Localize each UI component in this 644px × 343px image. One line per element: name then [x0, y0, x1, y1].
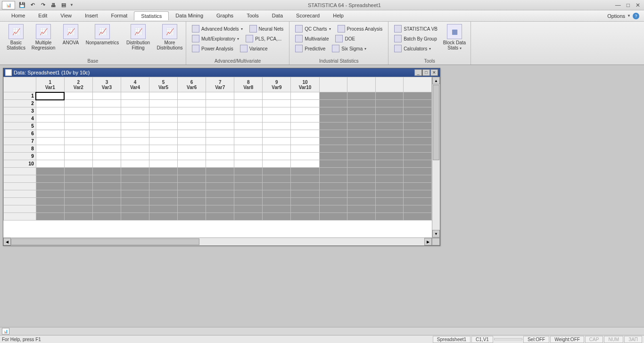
grid-cell[interactable]	[92, 130, 121, 138]
grid-cell[interactable]	[263, 107, 291, 115]
grid-cell[interactable]	[64, 107, 92, 115]
row-header[interactable]: 3	[4, 107, 36, 115]
column-header[interactable]: 5Var5	[149, 77, 178, 92]
sheet-maximize-button[interactable]: □	[422, 69, 430, 76]
scroll-up-button[interactable]: ▲	[432, 77, 440, 84]
column-header[interactable]	[404, 77, 432, 92]
vertical-scroll-thumb[interactable]	[433, 85, 439, 160]
grid-cell[interactable]	[149, 100, 178, 107]
grid-cell[interactable]	[92, 138, 121, 145]
grid-cell[interactable]	[64, 122, 92, 130]
maximize-button[interactable]: □	[627, 2, 630, 8]
variance-button[interactable]: Variance	[237, 44, 271, 53]
neural-nets-button[interactable]: Neural Nets	[247, 24, 287, 33]
grid-cell[interactable]	[263, 138, 291, 145]
menu-view[interactable]: View	[54, 11, 78, 20]
grid-cell[interactable]	[347, 138, 376, 145]
advanced-models-button[interactable]: Advanced Models ▾	[189, 24, 246, 33]
column-header[interactable]: 2Var2	[64, 77, 92, 92]
grid-cell[interactable]	[178, 160, 206, 168]
calculators-button[interactable]: Calculators ▾	[391, 44, 440, 53]
grid-cell[interactable]	[64, 92, 92, 100]
grid-cell[interactable]	[234, 130, 263, 138]
grid-cell[interactable]	[291, 115, 319, 122]
column-header[interactable]: 3Var3	[92, 77, 121, 92]
grid-cell[interactable]	[149, 153, 178, 160]
basic-button[interactable]: 📈BasicStatistics	[3, 23, 29, 51]
grid-cell[interactable]	[375, 115, 404, 122]
grid-cell[interactable]	[234, 145, 263, 153]
grid-cell[interactable]	[347, 115, 376, 122]
options-menu[interactable]: Options▼ ?	[607, 13, 639, 19]
column-header[interactable]: 10Var10	[291, 77, 319, 92]
grid-cell[interactable]	[234, 160, 263, 168]
grid-cell[interactable]	[64, 115, 92, 122]
grid-cell[interactable]	[404, 138, 432, 145]
grid-cell[interactable]	[375, 145, 404, 153]
menu-statistics[interactable]: Statistics	[134, 11, 169, 20]
grid-cell[interactable]	[319, 100, 347, 107]
grid-cell[interactable]	[319, 115, 347, 122]
mult-exploratory-button[interactable]: Mult/Exploratory ▾	[189, 34, 242, 43]
grid-cell[interactable]	[36, 138, 64, 145]
grid-cell[interactable]	[36, 160, 64, 168]
sheet-minimize-button[interactable]: _	[414, 69, 422, 76]
grid-cell[interactable]	[347, 100, 376, 107]
grid-cell[interactable]	[64, 160, 92, 168]
grid-cell[interactable]	[234, 153, 263, 160]
grid-cell[interactable]	[149, 122, 178, 130]
column-header[interactable]	[347, 77, 376, 92]
grid-cell[interactable]	[206, 138, 234, 145]
grid-cell[interactable]	[347, 145, 376, 153]
menu-format[interactable]: Format	[104, 11, 134, 20]
row-header[interactable]: 8	[4, 145, 36, 153]
grid-cell[interactable]	[263, 100, 291, 107]
predictive-button[interactable]: Predictive	[292, 44, 328, 53]
spreadsheet-titlebar[interactable]: Data: Spreadsheet1 (10v by 10c) _ □ ✕	[3, 68, 440, 77]
grid-cell[interactable]	[375, 107, 404, 115]
qat-dropdown-icon[interactable]: ▼	[70, 3, 74, 7]
pls-pca--button[interactable]: PLS, PCA,...	[243, 34, 284, 43]
resize-grip[interactable]	[432, 238, 440, 245]
grid-cell[interactable]	[347, 153, 376, 160]
grid-cell[interactable]	[92, 160, 121, 168]
menu-data-mining[interactable]: Data Mining	[169, 11, 210, 20]
grid-cell[interactable]	[149, 107, 178, 115]
grid-cell[interactable]	[375, 130, 404, 138]
grid-cell[interactable]	[375, 138, 404, 145]
menu-insert[interactable]: Insert	[78, 11, 105, 20]
grid-cell[interactable]	[319, 107, 347, 115]
grid-cell[interactable]	[263, 122, 291, 130]
grid-cell[interactable]	[64, 145, 92, 153]
row-header[interactable]: 1	[4, 92, 36, 100]
grid-cell[interactable]	[64, 100, 92, 107]
grid-cell[interactable]	[375, 92, 404, 100]
menu-home[interactable]: Home	[5, 11, 32, 20]
undo-button[interactable]: ↶	[28, 1, 37, 9]
grid-cell[interactable]	[206, 160, 234, 168]
grid-cell[interactable]	[234, 138, 263, 145]
grid-cell[interactable]	[178, 107, 206, 115]
row-header[interactable]: 7	[4, 138, 36, 145]
grid-cell[interactable]	[375, 122, 404, 130]
grid-cell[interactable]	[92, 115, 121, 122]
grid-cell[interactable]	[36, 107, 64, 115]
grid-cell[interactable]	[263, 145, 291, 153]
grid-cell[interactable]	[149, 138, 178, 145]
row-header[interactable]: 4	[4, 115, 36, 122]
grid-cell[interactable]	[375, 160, 404, 168]
doe-button[interactable]: DOE	[332, 34, 358, 43]
grid-cell[interactable]	[404, 92, 432, 100]
nonparametrics-button[interactable]: 📈Nonparametrics	[85, 23, 120, 46]
grid-cell[interactable]	[375, 100, 404, 107]
grid-cell[interactable]	[206, 130, 234, 138]
grid-cell[interactable]	[36, 145, 64, 153]
grid-cell[interactable]	[404, 115, 432, 122]
grid-cell[interactable]	[404, 160, 432, 168]
grid-cell[interactable]	[92, 100, 121, 107]
grid-cell[interactable]	[291, 107, 319, 115]
grid-cell[interactable]	[404, 153, 432, 160]
grid-cell[interactable]	[404, 107, 432, 115]
menu-tools[interactable]: Tools	[240, 11, 265, 20]
grid-cell[interactable]	[291, 153, 319, 160]
